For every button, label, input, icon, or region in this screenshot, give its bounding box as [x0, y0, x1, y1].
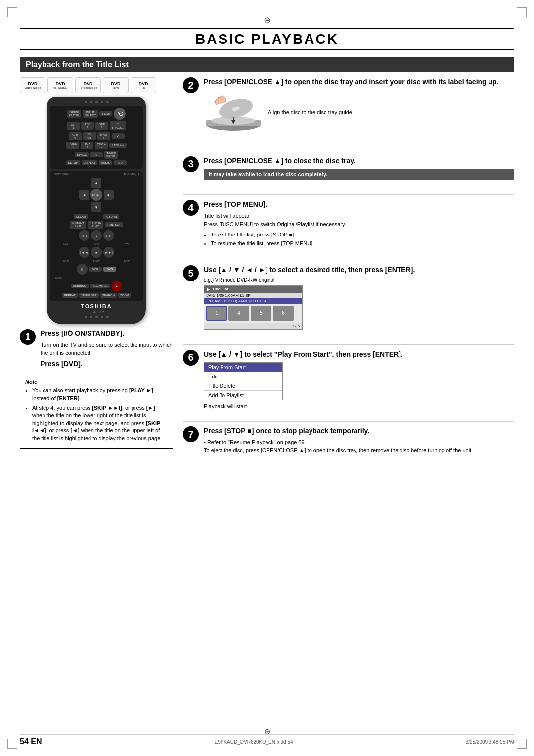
btn-repeat[interactable]: REPEAT — [62, 293, 78, 298]
title-list-box: ▶ Title List JAN/ 1/09 1:00AM L1 SP 1:00… — [204, 285, 303, 330]
btn-satlink[interactable]: SAT/LINK — [109, 143, 126, 148]
btn-timerset[interactable]: TIMER SET — [79, 293, 99, 298]
btn-3[interactable]: DEF3 — [95, 122, 108, 130]
note-list: You can also start playback by pressing … — [32, 387, 168, 442]
disc-caption: Align the disc to the disc tray guide. — [268, 109, 354, 116]
step4-title: Press [TOP MENU]. — [204, 200, 514, 210]
menu-item-playfromstart[interactable]: Play From Start — [204, 363, 282, 372]
section-title: Playback from the Title List — [26, 60, 129, 69]
btn-zoom[interactable]: ZOOM — [118, 293, 131, 298]
sep-5-6 — [183, 344, 514, 345]
btn-instant[interactable]: INSTANTSKIP — [70, 221, 86, 229]
tl-thumb-5[interactable]: 5 — [251, 306, 271, 321]
step2-block: 2 Press [OPEN/CLOSE ▲] to open the disc … — [183, 77, 514, 139]
dvd-icon-video: DVD Video Mode — [20, 77, 45, 93]
btn-rec[interactable]: ● — [111, 281, 122, 291]
btn-5[interactable]: JKL⊙5 — [83, 132, 96, 140]
btn-8[interactable]: TUV8 — [81, 142, 93, 149]
btn-cd[interactable]: CD — [114, 160, 127, 165]
menu-item-addtoplaylist[interactable]: Add To Playlist — [204, 391, 282, 400]
disc-tray-graphic — [204, 90, 263, 136]
file-ref: E9PKAUD_DVR620KU_EN.indd 54 — [215, 739, 293, 745]
nav-enter[interactable]: ENTER — [90, 189, 102, 201]
nav-down[interactable]: ▼ — [91, 202, 101, 212]
btn-space[interactable]: SPACE — [75, 152, 89, 157]
step7-desc: • Refer to "Resume Playback" on page 59.… — [204, 438, 514, 455]
step7-block: 7 Press [STOP ■] once to stop playback t… — [183, 426, 514, 455]
remote-top-section: OPEN/CLOSE INPUTSELECT HDMI I/⏻ ⊙/↑1 ABC… — [50, 106, 143, 169]
btn-recmode[interactable]: REC.MODE — [90, 284, 110, 288]
btn-4[interactable]: GHI4 — [69, 132, 82, 140]
btn-6[interactable]: MNO6 — [97, 132, 110, 140]
btn-1[interactable]: ⊙/↑1 — [67, 122, 80, 130]
step2-title: Press [OPEN/CLOSE ▲] to open the disc tr… — [204, 77, 514, 87]
btn-search[interactable]: SEARCH — [100, 293, 117, 298]
btn-timeslip[interactable]: TIME SLIP — [105, 222, 123, 227]
menu-item-edit[interactable]: Edit — [204, 372, 282, 381]
btn-clear[interactable]: CLEAR — [74, 214, 88, 219]
step2-content: Press [OPEN/CLOSE ▲] to open the disc tr… — [204, 77, 514, 139]
btn-hdmi[interactable]: HDMI — [99, 111, 112, 116]
nav-right[interactable]: ► — [104, 190, 114, 200]
step4-content: Press [TOP MENU]. Title list will appear… — [204, 200, 514, 248]
main-layout: DVD Video Mode DVD VR MODE DVD +Video Mo… — [20, 77, 514, 462]
btn-9[interactable]: WXYZ9 — [95, 142, 108, 149]
page-footer: 54 EN E9PKAUD_DVR620KU_EN.indd 54 3/25/2… — [20, 734, 514, 746]
dvd-icon-plusrw: DVD +RW — [103, 77, 129, 93]
left-column: DVD Video Mode DVD VR MODE DVD +Video Mo… — [20, 77, 173, 462]
btn-2[interactable]: ABC2 — [81, 122, 94, 130]
btn-7[interactable]: PQRS7 — [66, 142, 79, 149]
btn-playspeed[interactable]: 1.3x/0.8xPLAY — [88, 221, 103, 229]
sep-3-4 — [183, 194, 514, 195]
btn-vcr[interactable]: VCR — [89, 267, 102, 272]
btn-return[interactable]: RETURN — [103, 214, 119, 219]
btn-power[interactable]: I/⏻ — [114, 108, 126, 120]
step1-title1: Press [I/Ö ON/STANDBY]. — [41, 329, 173, 339]
btn-setup[interactable]: SETUP — [66, 160, 80, 165]
btn-trackback[interactable]: ⌃TRACK⌄ — [110, 121, 126, 130]
btn-skip-next[interactable]: ►►I — [103, 247, 114, 258]
step2-number: 2 — [183, 77, 199, 93]
btn-rev[interactable]: ◄◄ — [79, 230, 89, 241]
btn-stop[interactable]: ■ — [91, 247, 102, 258]
btn-timerprog[interactable]: TIMERPROG. — [104, 151, 118, 159]
tl-thumbnails: 1 4 5 6 — [204, 304, 302, 323]
step6-number: 6 — [183, 350, 199, 366]
tl-selected-bar: 1:00AM (0:12:00) JAN/ 1/09 L1 SP — [204, 298, 302, 304]
btn-check[interactable]: ✓ — [112, 133, 125, 139]
note-box: Note You can also start playback by pres… — [20, 375, 173, 449]
step3-title: Press [OPEN/CLOSE ▲] to close the disc t… — [204, 156, 514, 166]
step6-block: 6 Use [▲ / ▼] to select "Play From Start… — [183, 350, 514, 410]
remote-top-dots — [50, 101, 143, 103]
btn-0[interactable]: 0 — [90, 152, 103, 157]
btn-play[interactable]: ● — [91, 230, 102, 241]
btn-skip-prev[interactable]: I◄◄ — [79, 247, 89, 258]
btn-audio[interactable]: AUDIO — [99, 160, 112, 165]
play-label: PLAY — [93, 242, 99, 245]
corner-mark-bl — [7, 739, 17, 749]
tl-thumb-1[interactable]: 1 — [206, 306, 227, 321]
btn-input-select[interactable]: INPUTSELECT — [83, 110, 98, 118]
tl-thumb-4[interactable]: 4 — [228, 306, 249, 321]
tl-header: ▶ Title List — [204, 286, 302, 293]
menu-item-titledelete[interactable]: Title Delete — [204, 381, 282, 391]
nav-cross: ▲ ▼ ◄ ► ENTER — [79, 178, 114, 212]
nav-up[interactable]: ▲ — [91, 178, 101, 188]
btn-dvd[interactable]: DVD — [103, 267, 116, 272]
btn-dubbing[interactable]: DUBBING — [71, 284, 88, 288]
nav-left[interactable]: ◄ — [79, 190, 89, 200]
step3-content: Press [OPEN/CLOSE ▲] to close the disc t… — [204, 156, 514, 183]
btn-pause[interactable]: II — [77, 264, 88, 275]
skip-label: SKIP — [63, 259, 69, 262]
disc-illustration: Align the disc to the disc tray guide. — [204, 90, 514, 136]
steps-container: 2 Press [OPEN/CLOSE ▲] to open the disc … — [183, 77, 514, 462]
step1-area: 1 Press [I/Ö ON/STANDBY]. Turn on the TV… — [20, 329, 173, 449]
step1-content: Press [I/Ö ON/STANDBY]. Turn on the TV a… — [41, 329, 173, 371]
dvd-icon-plusvideo: DVD +Video Mode — [75, 77, 101, 93]
tl-thumb-6[interactable]: 6 — [273, 306, 294, 321]
btn-display[interactable]: DISPLAY — [82, 160, 98, 165]
step1-title2: Press [DVD]. — [41, 359, 173, 369]
btn-fwd[interactable]: ►► — [103, 230, 114, 241]
btn-open-close[interactable]: OPEN/CLOSE — [67, 110, 81, 118]
remote-wrapper: OPEN/CLOSE INPUTSELECT HDMI I/⏻ ⊙/↑1 ABC… — [20, 97, 173, 324]
